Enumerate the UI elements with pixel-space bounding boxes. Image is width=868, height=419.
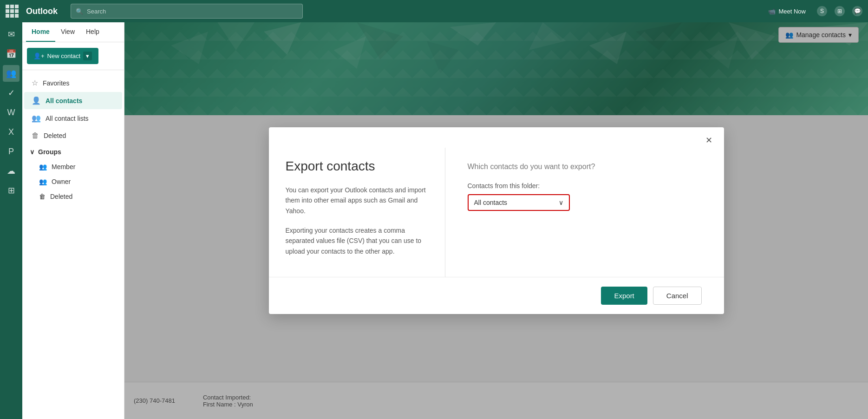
modal-close-button[interactable]: ✕ xyxy=(702,133,717,148)
trash-icon: 🗑 xyxy=(32,131,39,140)
export-contacts-modal: ✕ Export contacts You can export your Ou… xyxy=(269,127,724,314)
modal-right-panel: Which contacts do you want to export? Co… xyxy=(445,148,724,277)
chevron-down-icon: ∨ xyxy=(30,148,34,156)
modal-desc-1: You can export your Outlook contacts and… xyxy=(286,185,428,216)
main-area: ✉ 📅 👥 ✓ W X P ☁ ⊞ Home View Help 👤+ New … xyxy=(0,22,868,419)
onedrive-icon[interactable]: ☁ xyxy=(3,163,20,179)
sidebar-item-deleted[interactable]: 🗑 Deleted xyxy=(24,127,122,144)
skype-icon[interactable]: S xyxy=(817,6,827,16)
dropdown-arrow[interactable]: ▾ xyxy=(83,52,92,60)
member-icon: 👥 xyxy=(39,163,47,170)
top-bar: Outlook 🔍 Search 📹 Meet Now S ⊞ 💬 xyxy=(0,0,868,22)
folder-select-value: All contacts xyxy=(474,199,508,206)
modal-left-panel: Export contacts You can export your Outl… xyxy=(269,148,445,277)
video-icon: 📹 xyxy=(768,8,776,15)
export-question: Which contacts do you want to export? xyxy=(468,163,702,171)
modal-title: Export contacts xyxy=(286,159,428,174)
modal-body: Export contacts You can export your Outl… xyxy=(269,148,724,277)
export-button[interactable]: Export xyxy=(601,287,647,305)
sidebar-item-owner[interactable]: 👥 Owner xyxy=(22,174,124,189)
calendar-icon[interactable]: 📅 xyxy=(3,46,20,62)
folder-chevron-icon: ∨ xyxy=(559,199,563,206)
side-icons: ✉ 📅 👥 ✓ W X P ☁ ⊞ xyxy=(0,22,22,419)
sidebar-item-all-contacts[interactable]: 👤 All contacts xyxy=(24,92,122,109)
groups-header[interactable]: ∨ Groups xyxy=(22,144,124,159)
star-icon: ☆ xyxy=(32,79,38,87)
people-icon: 👥 xyxy=(32,114,41,123)
chat-icon[interactable]: 💬 xyxy=(852,6,862,16)
modal-desc-2: Exporting your contacts creates a comma … xyxy=(286,225,428,256)
tab-view[interactable]: View xyxy=(55,22,80,42)
excel-icon[interactable]: ⊞ xyxy=(835,6,845,16)
folder-select-dropdown[interactable]: All contacts ∨ xyxy=(468,194,570,211)
tasks-icon[interactable]: ✓ xyxy=(3,85,20,101)
nav-items: ☆ Favorites 👤 All contacts 👥 All contact… xyxy=(22,70,124,419)
nav-panel: Home View Help 👤+ New contact ▾ ☆ Favori… xyxy=(22,22,124,419)
excel-side-icon[interactable]: X xyxy=(3,124,20,140)
mail-icon[interactable]: ✉ xyxy=(3,26,20,43)
top-bar-right: 📹 Meet Now S ⊞ 💬 xyxy=(764,6,862,17)
tab-help[interactable]: Help xyxy=(80,22,105,42)
search-box[interactable]: 🔍 Search xyxy=(71,4,303,19)
app-title: Outlook xyxy=(26,7,58,16)
search-placeholder: Search xyxy=(87,8,106,15)
folder-label: Contacts from this folder: xyxy=(468,182,702,190)
sidebar-item-member[interactable]: 👥 Member xyxy=(22,159,124,174)
sidebar-item-groups-deleted[interactable]: 🗑 Deleted xyxy=(22,189,124,204)
sidebar-item-all-contact-lists[interactable]: 👥 All contact lists xyxy=(24,110,122,127)
nav-tabs: Home View Help xyxy=(22,22,124,42)
modal-overlay: ✕ Export contacts You can export your Ou… xyxy=(124,22,868,419)
modal-footer: Export Cancel xyxy=(269,277,724,314)
meet-now-button[interactable]: 📹 Meet Now xyxy=(764,6,809,17)
content-area: 👥 Manage contacts ▾ Business address 640… xyxy=(124,22,868,419)
sidebar-item-favorites[interactable]: ☆ Favorites xyxy=(24,74,122,92)
new-contact-button[interactable]: 👤+ New contact ▾ xyxy=(27,48,98,64)
search-icon: 🔍 xyxy=(76,8,83,15)
person-add-icon: 👤+ xyxy=(33,52,45,59)
app-grid-icon[interactable] xyxy=(6,5,19,18)
contacts-icon[interactable]: 👥 xyxy=(3,65,20,82)
toolbar-area: 👤+ New contact ▾ xyxy=(22,42,124,70)
cancel-button[interactable]: Cancel xyxy=(653,287,702,305)
person-icon: 👤 xyxy=(32,96,41,105)
owner-icon: 👥 xyxy=(39,178,47,185)
powerpoint-icon[interactable]: P xyxy=(3,143,20,160)
word-icon[interactable]: W xyxy=(3,104,20,121)
tab-home[interactable]: Home xyxy=(26,22,55,42)
groups-trash-icon: 🗑 xyxy=(39,193,46,200)
apps-icon[interactable]: ⊞ xyxy=(3,182,20,199)
modal-header: ✕ xyxy=(269,127,724,148)
